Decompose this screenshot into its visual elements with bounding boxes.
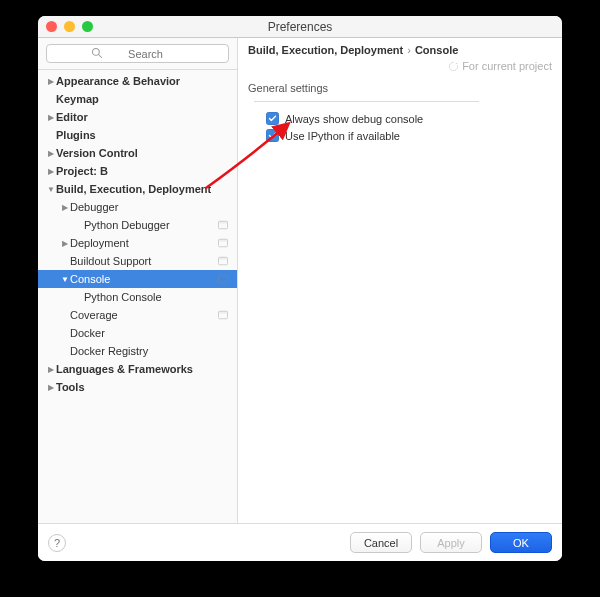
setting-use-ipython[interactable]: Use IPython if available bbox=[266, 129, 552, 142]
tree-item-label: Version Control bbox=[56, 147, 229, 159]
tree-item[interactable]: ▼Build, Execution, Deployment bbox=[38, 180, 237, 198]
chevron-right-icon[interactable]: ▶ bbox=[46, 149, 56, 158]
tree-item[interactable]: Coverage bbox=[38, 306, 237, 324]
project-badge-icon bbox=[217, 237, 229, 249]
tree-item-label: Python Console bbox=[84, 291, 229, 303]
reset-icon bbox=[448, 61, 459, 72]
svg-line-1 bbox=[99, 55, 102, 58]
help-icon: ? bbox=[54, 537, 60, 549]
tree-item-label: Coverage bbox=[70, 309, 213, 321]
window-body: ▶Appearance & BehaviorKeymap▶EditorPlugi… bbox=[38, 38, 562, 523]
tree-item[interactable]: ▶Languages & Frameworks bbox=[38, 360, 237, 378]
setting-label: Use IPython if available bbox=[285, 130, 400, 142]
tree-item-label: Languages & Frameworks bbox=[56, 363, 229, 375]
svg-rect-11 bbox=[219, 311, 228, 313]
svg-rect-3 bbox=[219, 221, 228, 223]
tree-item-label: Project: B bbox=[56, 165, 229, 177]
svg-rect-5 bbox=[219, 239, 228, 241]
search-icon bbox=[91, 47, 103, 59]
checkbox-checked-icon bbox=[266, 129, 279, 142]
tree-item[interactable]: ▼Console bbox=[38, 270, 237, 288]
apply-button[interactable]: Apply bbox=[420, 532, 482, 553]
tree-item[interactable]: Buildout Support bbox=[38, 252, 237, 270]
tree-item[interactable]: ▶Editor bbox=[38, 108, 237, 126]
chevron-right-icon[interactable]: ▶ bbox=[46, 113, 56, 122]
window-title: Preferences bbox=[38, 20, 562, 34]
tree-item-label: Console bbox=[70, 273, 213, 285]
tree-item-label: Keymap bbox=[56, 93, 229, 105]
settings-detail: Build, Execution, Deployment › Console F… bbox=[238, 38, 562, 523]
settings-tree[interactable]: ▶Appearance & BehaviorKeymap▶EditorPlugi… bbox=[38, 70, 237, 523]
button-label: OK bbox=[513, 537, 529, 549]
ok-button[interactable]: OK bbox=[490, 532, 552, 553]
project-badge-icon bbox=[217, 309, 229, 321]
preferences-window: Preferences ▶Appearance & BehaviorKeymap… bbox=[38, 16, 562, 561]
tree-item-label: Debugger bbox=[70, 201, 229, 213]
svg-rect-7 bbox=[219, 257, 228, 259]
section-title: General settings bbox=[248, 82, 328, 94]
tree-item[interactable]: Docker bbox=[38, 324, 237, 342]
close-icon[interactable] bbox=[46, 21, 57, 32]
setting-label: Always show debug console bbox=[285, 113, 423, 125]
project-scope-label: For current project bbox=[462, 60, 552, 72]
tree-item[interactable]: Plugins bbox=[38, 126, 237, 144]
tree-item-label: Plugins bbox=[56, 129, 229, 141]
chevron-right-icon[interactable]: ▶ bbox=[60, 239, 70, 248]
project-scope: For current project bbox=[448, 60, 552, 72]
checkbox-checked-icon bbox=[266, 112, 279, 125]
tree-item[interactable]: Python Debugger bbox=[38, 216, 237, 234]
traffic-lights bbox=[46, 21, 93, 32]
tree-item-label: Editor bbox=[56, 111, 229, 123]
search-input[interactable] bbox=[46, 44, 229, 63]
general-settings: Always show debug console Use IPython if… bbox=[238, 108, 562, 142]
zoom-icon[interactable] bbox=[82, 21, 93, 32]
tree-item-label: Docker Registry bbox=[70, 345, 229, 357]
chevron-down-icon[interactable]: ▼ bbox=[46, 185, 56, 194]
tree-item[interactable]: ▶Project: B bbox=[38, 162, 237, 180]
tree-item[interactable]: ▶Tools bbox=[38, 378, 237, 396]
section-header: General settings bbox=[238, 76, 562, 108]
button-label: Apply bbox=[437, 537, 465, 549]
tree-item-label: Docker bbox=[70, 327, 229, 339]
tree-item[interactable]: Keymap bbox=[38, 90, 237, 108]
dialog-buttons: ? Cancel Apply OK bbox=[38, 523, 562, 561]
chevron-right-icon[interactable]: ▶ bbox=[46, 167, 56, 176]
help-button[interactable]: ? bbox=[48, 534, 66, 552]
chevron-right-icon[interactable]: ▶ bbox=[60, 203, 70, 212]
tree-item-label: Build, Execution, Deployment bbox=[56, 183, 229, 195]
cancel-button[interactable]: Cancel bbox=[350, 532, 412, 553]
minimize-icon[interactable] bbox=[64, 21, 75, 32]
settings-sidebar: ▶Appearance & BehaviorKeymap▶EditorPlugi… bbox=[38, 38, 238, 523]
chevron-right-icon[interactable]: ▶ bbox=[46, 383, 56, 392]
chevron-right-icon[interactable]: ▶ bbox=[46, 77, 56, 86]
svg-rect-9 bbox=[219, 275, 228, 277]
chevron-right-icon[interactable]: ▶ bbox=[46, 365, 56, 374]
tree-item-label: Buildout Support bbox=[70, 255, 213, 267]
tree-item[interactable]: ▶Deployment bbox=[38, 234, 237, 252]
setting-always-show-debug-console[interactable]: Always show debug console bbox=[266, 112, 552, 125]
chevron-right-icon: › bbox=[407, 44, 411, 56]
tree-item-label: Python Debugger bbox=[84, 219, 213, 231]
project-badge-icon bbox=[217, 273, 229, 285]
tree-item-label: Deployment bbox=[70, 237, 213, 249]
titlebar: Preferences bbox=[38, 16, 562, 38]
tree-item[interactable]: Python Console bbox=[38, 288, 237, 306]
tree-item[interactable]: ▶Appearance & Behavior bbox=[38, 72, 237, 90]
breadcrumb: Build, Execution, Deployment › Console F… bbox=[238, 38, 562, 76]
breadcrumb-parent: Build, Execution, Deployment bbox=[248, 44, 403, 56]
breadcrumb-current: Console bbox=[415, 44, 458, 56]
chevron-down-icon[interactable]: ▼ bbox=[60, 275, 70, 284]
button-label: Cancel bbox=[364, 537, 398, 549]
tree-item[interactable]: ▶Debugger bbox=[38, 198, 237, 216]
project-badge-icon bbox=[217, 255, 229, 267]
tree-item[interactable]: Docker Registry bbox=[38, 342, 237, 360]
tree-item[interactable]: ▶Version Control bbox=[38, 144, 237, 162]
search-wrap bbox=[38, 38, 237, 70]
project-badge-icon bbox=[217, 219, 229, 231]
tree-item-label: Tools bbox=[56, 381, 229, 393]
divider bbox=[254, 101, 479, 102]
tree-item-label: Appearance & Behavior bbox=[56, 75, 229, 87]
